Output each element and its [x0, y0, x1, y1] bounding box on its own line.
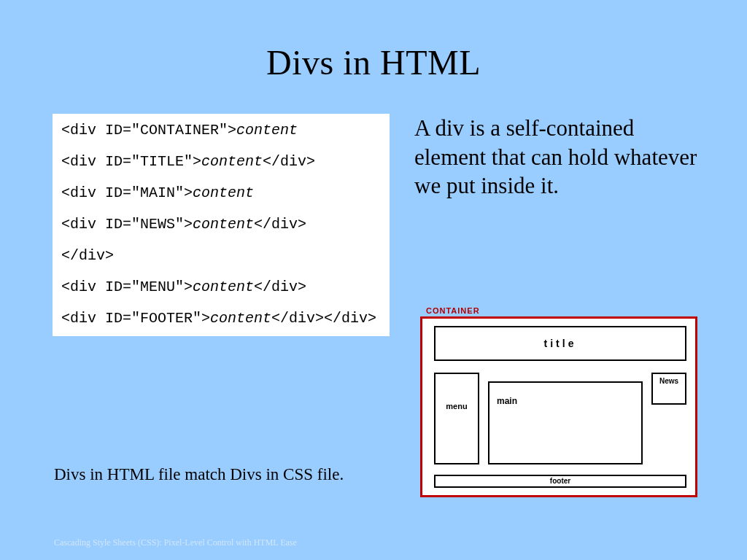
- code-fragment: </div>: [254, 216, 306, 233]
- code-fragment: </div></div>: [271, 310, 376, 327]
- code-line-6: <div ID="MENU">content</div>: [61, 278, 381, 296]
- code-em: content: [193, 184, 254, 201]
- diagram-title-label: title: [436, 327, 685, 349]
- diagram-container-label: CONTAINER: [426, 306, 480, 315]
- footer-note: Cascading Style Sheets (CSS): Pixel-Leve…: [54, 537, 297, 548]
- code-em: content: [201, 153, 263, 170]
- diagram-news-label: News: [653, 374, 685, 385]
- diagram-footer-label: footer: [436, 476, 685, 485]
- code-fragment: </div>: [254, 279, 306, 295]
- diagram-main-box: main: [488, 381, 643, 464]
- code-fragment: <div ID="MAIN">: [61, 184, 193, 201]
- layout-diagram: CONTAINER title menu main News footer: [420, 308, 700, 497]
- diagram-news-box: News: [651, 373, 686, 405]
- code-fragment: <div ID="FOOTER">: [61, 310, 210, 327]
- code-fragment: <div ID="TITLE">: [61, 153, 201, 170]
- code-line-1: <div ID="CONTAINER">content: [61, 121, 381, 139]
- code-line-2: <div ID="TITLE">content</div>: [61, 152, 381, 171]
- diagram-main-label: main: [489, 383, 641, 406]
- slide: Divs in HTML <div ID="CONTAINER">content…: [0, 0, 747, 560]
- code-fragment: <div ID="NEWS">: [61, 216, 193, 233]
- code-em: content: [193, 216, 254, 233]
- slide-title: Divs in HTML: [0, 42, 747, 82]
- diagram-footer-box: footer: [434, 475, 686, 488]
- slide-description: A div is a self-contained element that c…: [414, 114, 706, 201]
- code-em: content: [236, 122, 298, 139]
- diagram-menu-box: menu: [434, 373, 479, 464]
- code-em: content: [210, 310, 271, 327]
- code-line-5: </div>: [61, 246, 381, 265]
- code-line-4: <div ID="NEWS">content</div>: [61, 215, 381, 233]
- diagram-menu-label: menu: [436, 374, 478, 411]
- slide-caption: Divs in HTML file match Divs in CSS file…: [54, 465, 344, 484]
- code-box: <div ID="CONTAINER">content <div ID="TIT…: [53, 114, 390, 336]
- code-fragment: </div>: [263, 153, 315, 170]
- code-fragment: <div ID="CONTAINER">: [61, 122, 236, 139]
- diagram-container: title menu main News footer: [420, 316, 697, 497]
- code-line-3: <div ID="MAIN">content: [61, 184, 381, 202]
- code-line-7: <div ID="FOOTER">content</div></div>: [61, 309, 381, 327]
- code-fragment: </div>: [61, 247, 114, 264]
- diagram-title-box: title: [434, 326, 686, 361]
- code-em: content: [193, 279, 254, 295]
- code-fragment: <div ID="MENU">: [61, 279, 193, 295]
